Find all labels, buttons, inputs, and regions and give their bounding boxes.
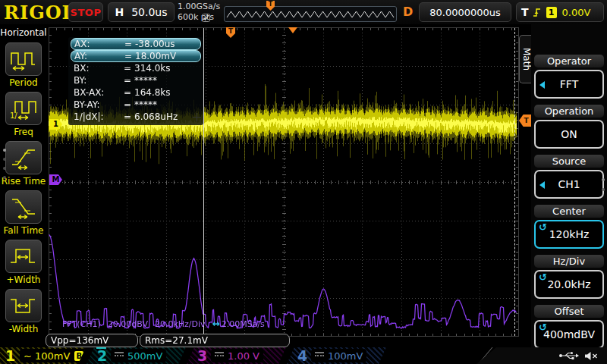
cursor-row-by-ay: BY-AY: = ***** [71,99,201,111]
trigger-readout: T 1 0.00V [516,2,604,22]
delay-readout: 80.0000000us [419,2,511,22]
channel-2-status[interactable]: 2 500mV [86,347,186,364]
menu-page-dot [3,167,6,170]
cursor-row-ax: AX: = -38.00us [71,38,201,50]
waveform-preview-strip: T [224,6,397,22]
delay-label: D [403,5,413,19]
knob-icon: ↺ [539,271,547,283]
center-menu-item[interactable]: ↺ 120kHz [534,220,604,249]
channel-1-status[interactable]: 1 ~ 100mV B [0,347,86,364]
delay-position-marker [288,27,297,33]
equals: = [121,63,134,74]
source-menu-item[interactable]: CH1 [534,170,604,199]
cursor-label: 1/|dX|: [71,111,121,122]
equals: = [121,99,134,110]
cursor-row-ay: AY: = 18.00mV [71,50,201,62]
center-value: 120kHz [549,228,590,240]
period-label: Period [0,77,47,88]
cursor-label: BX: [71,63,121,74]
rising-edge-icon [533,6,543,18]
center-title: Center [534,205,604,218]
period-button[interactable] [5,42,42,76]
acquisition-readout: 1.00GSa/s 600k pts [178,2,220,23]
equals: = [121,75,134,86]
channel-3-status[interactable]: 3 1.00 V [187,347,286,364]
operation-menu-item[interactable]: ON [534,120,604,149]
cursor-a-line[interactable] [203,28,204,336]
freq-label: Freq [0,127,47,137]
cursor-readout-panel: AX: = -38.00us AY: = 18.00mV BX: = 314.0… [68,37,203,125]
fft-annotation: FFT(CH1)20.00dBV20.0kHz/Div↔2.00MSa/s [62,318,272,329]
source-title: Source [534,155,604,168]
hzdiv-menu-item[interactable]: ↺ 20.0kHz [534,270,604,299]
cursor-value: 18.00mV [135,51,200,61]
neg-width-icon [9,293,38,318]
fft-scale: 20.00dBV [108,319,148,329]
offset-menu-item[interactable]: ↺ 400mdBV [534,320,604,349]
submenu-arrow-icon [539,81,545,89]
dc-coupling-icon [115,352,124,359]
neg-width-button[interactable] [5,289,42,322]
horizontal-measure-menu: Horizontal Period 1/ Freq Rise Time [0,24,47,364]
equals: = [121,87,134,98]
channel-2-scale: 500mV [111,349,166,362]
pos-width-button[interactable] [5,240,42,273]
channel-3-number: 3 [197,347,207,364]
cursor-value: ***** [134,75,201,86]
offset-value: 400mdBV [543,328,595,340]
h-expand-icon: ↔ [212,318,220,329]
left-menu-title: Horizontal [0,27,47,38]
freq-button[interactable]: 1/ [5,92,42,125]
math-menu-tab[interactable]: Math [519,35,532,83]
menu-page-dot [602,188,605,191]
status-icon-tray [476,347,607,364]
trigger-label: T [521,6,529,18]
equals: = [121,39,135,49]
memory-auto-icon [202,14,210,22]
bandwidth-limit-badge: B [74,351,83,361]
neg-width-label: -Width [0,324,47,334]
source-value: CH1 [558,178,580,190]
cursor-row-bx-ax: BX-AX: = 164.8ks [71,86,201,99]
cursor-value: 164.8ks [134,87,201,98]
dc-coupling-icon [315,352,324,359]
top-status-bar: RIGOL STOP H 50.0us 1.00GSa/s 600k pts T… [0,0,607,24]
channel-2-number: 2 [97,347,107,364]
channel-3-value: 1.00 V [228,350,259,362]
cursor-value: -38.00us [135,39,200,49]
cursor-row-inv-dx: 1/|dX|: = 6.068uHz [71,111,201,123]
trigger-level-marker[interactable]: T [519,115,531,127]
cursor-b-line[interactable] [514,28,515,336]
operator-title: Operator [534,55,604,67]
rise-time-button[interactable] [5,141,42,174]
operator-menu-item[interactable]: FFT [534,70,604,99]
channel-1-scale: ~ 100mV B [20,349,87,362]
freq-icon: 1/ [9,96,38,121]
cursor-value: ***** [134,99,201,110]
fall-time-icon [9,195,38,219]
menu-page-dot [3,176,6,179]
channel-1-number: 1 [5,347,15,364]
usb-icon [558,351,580,360]
knob-icon: ↺ [539,221,547,233]
fft-sample-rate: 2.00MSa/s [222,319,265,329]
rms-value: Rms=27.1mV [145,335,208,346]
menu-page-dot [3,158,6,161]
fall-time-button[interactable] [5,190,42,224]
h-scale-value: 50.0us [131,6,167,18]
cursor-label: AY: [71,51,121,61]
submenu-arrow-icon [539,181,545,189]
channel-4-status[interactable]: 4 100mV [287,347,386,364]
measurement-rms: Rms=27.1mV [140,334,290,347]
channel-4-number: 4 [297,347,307,364]
operator-value: FFT [560,78,578,90]
trigger-source-badge: 1 [546,7,557,18]
trigger-level-value: 0.00V [562,7,591,18]
hzdiv-title: Hz/Div [534,255,604,268]
equals: = [121,51,135,61]
delay-value: 80.0000000us [429,7,501,18]
channel-4-value: 100mV [328,350,363,362]
graticule-area: T 1 M AX: = -38.00us AY: = 18.00mV BX: =… [49,27,519,337]
fft-source: FFT(CH1) [62,319,101,329]
channel-3-scale: 1.00 V [211,349,263,362]
